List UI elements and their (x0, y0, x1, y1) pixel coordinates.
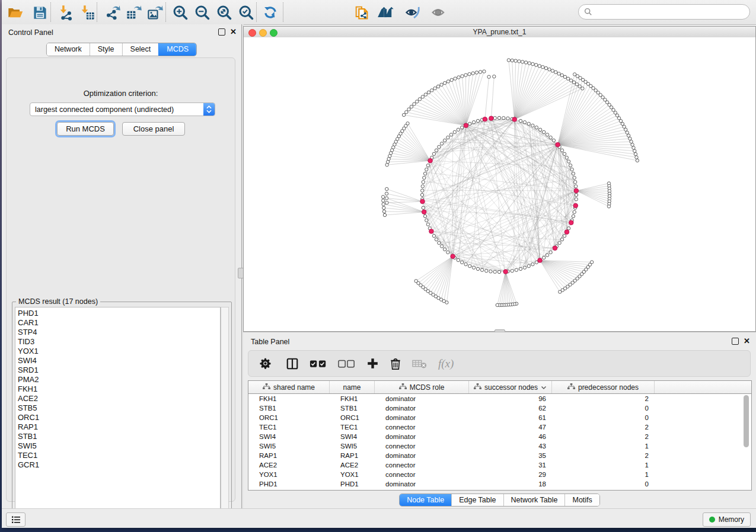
mcds-result-item[interactable]: SRD1 (18, 366, 220, 375)
graph-leaf-node[interactable] (636, 159, 639, 162)
graph-node[interactable] (563, 152, 566, 155)
apply-function-icon[interactable]: f(x) (438, 357, 454, 370)
graph-node[interactable] (449, 133, 452, 136)
mcds-result-item[interactable]: SWI5 (18, 441, 220, 451)
graph-leaf-node[interactable] (433, 86, 436, 89)
graph-node[interactable] (538, 128, 541, 131)
graph-node[interactable] (573, 210, 576, 213)
graph-leaf-node[interactable] (541, 65, 544, 68)
graph-leaf-node[interactable] (382, 199, 385, 202)
tab-style[interactable]: Style (90, 43, 122, 56)
graph-leaf-node[interactable] (382, 210, 385, 213)
graph-leaf-node[interactable] (544, 66, 547, 69)
graph-node[interactable] (493, 117, 496, 120)
graph-node[interactable] (573, 181, 576, 184)
graph-node[interactable] (440, 142, 443, 145)
graph-node[interactable] (565, 156, 568, 159)
graph-hub-node-selected[interactable] (564, 230, 569, 235)
graph-leaf-node[interactable] (635, 156, 638, 159)
table-scrollbar-thumb[interactable] (744, 395, 749, 447)
mcds-result-item[interactable]: TID3 (18, 337, 220, 347)
graph-node[interactable] (569, 164, 572, 167)
graph-leaf-node[interactable] (534, 63, 537, 66)
graph-hub-node-selected[interactable] (512, 117, 517, 122)
table-row[interactable]: SWI4SWI4dominator462 (248, 432, 751, 441)
graph-leaf-node[interactable] (575, 83, 578, 86)
table-row[interactable]: TEC1TEC1connector472 (248, 422, 751, 432)
graph-node[interactable] (567, 227, 570, 230)
graph-leaf-node[interactable] (402, 113, 405, 116)
graph-node[interactable] (425, 219, 428, 222)
graph-hub-node-selected[interactable] (574, 188, 579, 193)
graph-leaf-node[interactable] (548, 68, 551, 71)
search-input[interactable] (595, 7, 749, 17)
import-table-icon[interactable] (78, 4, 96, 21)
clone-network-icon[interactable] (353, 4, 371, 21)
table-row[interactable]: PHD1PHD1dominator180 (248, 479, 751, 489)
graph-node[interactable] (531, 124, 534, 127)
table-row[interactable]: RAP1RAP1dominator352 (248, 451, 751, 460)
graph-node[interactable] (468, 264, 471, 267)
graph-node[interactable] (440, 245, 443, 248)
graph-leaf-node[interactable] (424, 93, 427, 96)
first-neighbors-icon[interactable] (377, 4, 395, 21)
graph-node[interactable] (421, 189, 424, 192)
graph-leaf-node[interactable] (627, 134, 630, 137)
export-network-icon[interactable] (104, 4, 122, 21)
graph-leaf-node[interactable] (471, 72, 474, 75)
graph-leaf-node[interactable] (385, 201, 388, 204)
graph-hub-node-selected[interactable] (420, 199, 425, 204)
graph-node[interactable] (519, 119, 522, 122)
graph-hub-node-selected[interactable] (573, 203, 578, 208)
graph-hub-node-selected[interactable] (451, 254, 455, 259)
graph-node[interactable] (573, 176, 576, 179)
graph-leaf-node[interactable] (436, 85, 439, 88)
float-panel-icon[interactable] (218, 28, 225, 36)
tab-network-table[interactable]: Network Table (503, 494, 565, 506)
mcds-result-item[interactable]: CAR1 (18, 318, 220, 328)
graph-leaf-node[interactable] (418, 98, 421, 101)
zoom-in-icon[interactable] (171, 4, 189, 21)
graph-hub-node-selected[interactable] (464, 123, 468, 128)
graph-node[interactable] (543, 130, 546, 133)
graph-node[interactable] (546, 254, 548, 257)
graph-node[interactable] (570, 168, 573, 171)
graph-node[interactable] (464, 262, 467, 265)
graph-node[interactable] (527, 122, 530, 125)
graph-node[interactable] (446, 136, 449, 139)
tab-mcds[interactable]: MCDS (158, 43, 196, 56)
graph-node[interactable] (468, 122, 471, 125)
memory-button[interactable]: Memory (703, 512, 751, 527)
float-table-panel-icon[interactable] (732, 338, 739, 345)
graph-leaf-node[interactable] (483, 70, 486, 73)
import-network-icon[interactable] (57, 4, 75, 21)
graph-node[interactable] (460, 261, 463, 264)
graph-node[interactable] (457, 128, 460, 131)
graph-leaf-node[interactable] (624, 128, 627, 131)
graph-leaf-node[interactable] (524, 61, 527, 64)
graph-leaf-node[interactable] (415, 100, 418, 103)
tab-edge-table[interactable]: Edge Table (451, 494, 503, 506)
deselect-all-icon[interactable] (338, 359, 356, 368)
graph-node[interactable] (432, 152, 435, 155)
graph-leaf-node[interactable] (563, 75, 566, 78)
graph-node[interactable] (423, 176, 426, 179)
tab-node-table[interactable]: Node Table (400, 494, 451, 506)
graph-hub-node-selected[interactable] (569, 220, 573, 225)
graph-node[interactable] (531, 262, 534, 265)
mcds-result-item[interactable]: STB1 (18, 432, 220, 441)
column-header-name[interactable]: name (330, 381, 375, 393)
graph-leaf-node[interactable] (454, 77, 457, 80)
graph-node[interactable] (421, 185, 424, 188)
graph-node[interactable] (527, 264, 530, 267)
graph-node[interactable] (426, 223, 429, 226)
close-panel-icon[interactable]: ✕ (230, 29, 237, 35)
table-row[interactable]: FKH1FKH1dominator962 (248, 394, 751, 403)
graph-leaf-node[interactable] (578, 85, 581, 88)
graph-hub-node-selected[interactable] (483, 117, 487, 121)
graph-node[interactable] (506, 117, 509, 120)
graph-node[interactable] (523, 121, 526, 124)
graph-leaf-node[interactable] (430, 89, 433, 92)
graph-leaf-node[interactable] (607, 205, 610, 208)
graph-leaf-node[interactable] (521, 60, 524, 63)
